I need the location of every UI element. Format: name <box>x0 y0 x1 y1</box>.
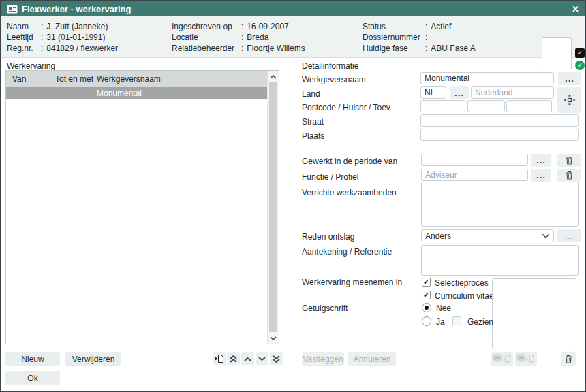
plaats-label: Plaats <box>302 131 324 141</box>
ok-button[interactable]: Ok <box>5 371 60 385</box>
goto-record-icon[interactable] <box>213 352 226 365</box>
straat-input[interactable] <box>420 114 579 127</box>
status-label: Status <box>363 21 425 32</box>
functie-lookup-button[interactable]: ... <box>531 169 551 182</box>
werkgeversnaam-input[interactable] <box>420 72 554 84</box>
vastleggen-button[interactable]: Vastleggen <box>302 352 344 366</box>
column-van[interactable]: Van <box>6 71 52 87</box>
leeftijd-label: Leeftijd <box>7 32 41 43</box>
move-down-icon[interactable] <box>256 352 268 365</box>
getuigschrift-label: Getuigschrift <box>302 304 348 313</box>
land-code-input[interactable] <box>420 86 446 99</box>
regnr-value: 841829 / flexwerker <box>46 43 118 54</box>
getuigschrift-documents-list[interactable] <box>492 278 576 348</box>
werkzaamheden-label: Verrichte werkzaamheden <box>302 188 397 197</box>
import-document-icon[interactable] <box>491 352 513 366</box>
werkervaring-section-title: Werkervaring <box>7 61 55 71</box>
relatiebeheerder-value: Floortje Willems <box>247 43 305 54</box>
curriculum-vitae-label: Curriculum vitae <box>435 291 494 301</box>
regnr-label: Reg.nr. <box>7 43 41 54</box>
table-row[interactable]: Monumental <box>6 87 267 99</box>
ingeschreven-value: 16-09-2007 <box>247 21 288 32</box>
huidige-fase-value: ABU Fase A <box>431 43 475 54</box>
header-col-3: Status:Actief Dossiernummer: Huidige fas… <box>363 21 476 54</box>
land-label: Land <box>302 89 320 99</box>
document-delete-icon[interactable] <box>561 352 576 366</box>
move-bottom-icon[interactable] <box>270 352 283 365</box>
list-scrollbar[interactable] <box>267 71 279 344</box>
getuigschrift-ja-radio[interactable] <box>422 316 431 326</box>
nieuw-button[interactable]: Nieuw <box>5 352 60 366</box>
id-card-icon <box>7 5 18 14</box>
titlebar: Flexwerker - werkervaring ✕ <box>1 1 585 16</box>
straat-label: Straat <box>302 117 324 127</box>
window-title: Flexwerker - werkervaring <box>22 4 131 14</box>
reden-ontslag-select[interactable]: Anders <box>421 229 554 242</box>
naam-value: J. Zutt (Janneke) <box>46 21 108 32</box>
periode-label: Gewerkt in de periode van <box>302 157 397 166</box>
gezien-label: Gezien <box>467 317 493 327</box>
aantekening-label: Aantekening / Referentie <box>302 247 392 257</box>
locatie-label: Locatie <box>172 32 241 43</box>
periode-lookup-button[interactable]: ... <box>531 154 551 167</box>
locatie-value: Breda <box>247 32 268 43</box>
row-werkgeversnaam: Monumental <box>97 87 142 99</box>
postcode-label: Postcode / Huisnr / Toev. <box>302 103 392 112</box>
flexwerker-header: Naam:J. Zutt (Janneke) Leeftijd:31 (01-0… <box>1 16 585 58</box>
gezien-checkbox[interactable] <box>452 316 461 325</box>
functie-label: Functie / Profiel <box>302 172 358 182</box>
land-naam-input[interactable] <box>471 86 554 99</box>
plaats-input[interactable] <box>420 129 579 141</box>
chevron-down-icon <box>542 233 550 238</box>
header-col-2: Ingeschreven op:16-09-2007 Locatie:Breda… <box>172 21 305 54</box>
scroll-down-icon[interactable] <box>268 332 279 344</box>
functie-input[interactable] <box>421 169 528 181</box>
selectieproces-label: Selectieproces <box>435 278 489 288</box>
scrollbar-thumb[interactable] <box>269 82 277 332</box>
column-tot-en-met[interactable]: Tot en met <box>52 71 93 87</box>
photo-placeholder <box>542 37 572 69</box>
getuigschrift-ja-label: Ja <box>436 317 445 327</box>
flexwerker-window: Flexwerker - werkervaring ✕ Naam:J. Zutt… <box>0 0 586 392</box>
functie-delete-icon[interactable] <box>557 169 581 182</box>
huidige-fase-label: Huidige fase <box>363 43 425 54</box>
leeftijd-value: 31 (01-01-1991) <box>46 32 105 43</box>
naam-label: Naam <box>7 21 41 32</box>
huisnr-input[interactable] <box>467 100 505 112</box>
table-header: Van Tot en met Werkgeversnaam <box>6 71 267 87</box>
werkzaamheden-textarea[interactable] <box>421 182 579 227</box>
werkgeversnaam-label: Werkgeversnaam <box>302 75 366 84</box>
periode-delete-icon[interactable] <box>557 154 581 167</box>
detail-section-title: Detailinformatie <box>302 61 358 71</box>
reden-lookup-button[interactable]: ... <box>557 229 581 242</box>
flexwerker-checkbox-icon[interactable]: ✓ <box>575 48 585 58</box>
scroll-up-icon[interactable] <box>268 71 279 82</box>
aantekening-textarea[interactable] <box>421 245 579 276</box>
ingeschreven-label: Ingeschreven op <box>172 21 241 32</box>
map-navigate-icon[interactable] <box>557 87 581 113</box>
curriculum-vitae-checkbox[interactable]: ✓ <box>422 291 431 299</box>
periode-input[interactable] <box>421 154 528 166</box>
werkgeversnaam-lookup-button[interactable]: ... <box>558 72 581 85</box>
land-lookup-button[interactable]: ... <box>450 86 469 99</box>
close-icon[interactable]: ✕ <box>572 4 579 14</box>
postcode-input[interactable] <box>420 100 465 112</box>
selectieproces-checkbox[interactable]: ✓ <box>422 278 431 287</box>
status-value: Actief <box>431 21 451 32</box>
annuleren-button[interactable]: Annuleren <box>348 352 396 366</box>
move-up-icon[interactable] <box>241 352 254 365</box>
dossiernummer-label: Dossiernummer <box>363 32 425 43</box>
header-col-1: Naam:J. Zutt (Janneke) Leeftijd:31 (01-0… <box>7 21 118 54</box>
toevoeging-input[interactable] <box>506 100 552 112</box>
meenemen-label: Werkervaring meenemen in <box>302 278 402 287</box>
relatiebeheerder-label: Relatiebeheerder <box>172 43 241 54</box>
werkervaring-table[interactable]: Van Tot en met Werkgeversnaam Monumental <box>5 70 279 344</box>
reden-ontslag-label: Reden ontslag <box>302 232 354 242</box>
export-document-icon[interactable] <box>515 352 537 366</box>
move-top-icon[interactable] <box>227 352 240 365</box>
getuigschrift-nee-radio[interactable] <box>422 303 431 312</box>
verwijderen-button[interactable]: Verwijderen <box>65 352 121 366</box>
column-werkgeversnaam[interactable]: Werkgeversnaam <box>93 71 267 87</box>
getuigschrift-nee-label: Nee <box>436 304 451 313</box>
status-ok-icon: ✓ <box>575 61 585 70</box>
